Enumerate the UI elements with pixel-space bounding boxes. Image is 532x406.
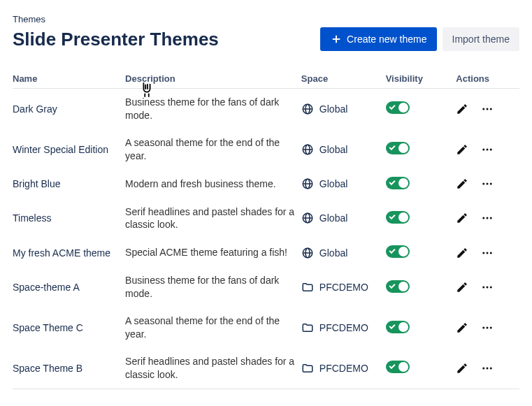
more-icon[interactable] [481,247,494,259]
theme-space: PFCDEMO [301,348,386,389]
visibility-toggle[interactable] [386,211,410,224]
svg-point-23 [483,217,485,219]
space-label: Global [319,178,347,189]
space-label: PFCDEMO [319,322,368,333]
svg-point-38 [483,367,485,369]
table-row: Space-theme ABusiness theme for the fans… [13,267,519,307]
space-label: PFCDEMO [319,282,368,293]
svg-point-19 [490,183,492,185]
edit-icon[interactable] [456,143,468,156]
theme-visibility [386,267,456,307]
theme-space: PFCDEMO [301,307,386,348]
edit-icon[interactable] [456,321,468,334]
svg-point-34 [490,287,492,289]
svg-point-12 [487,148,489,150]
themes-table: Name Description Space Visibility Action… [13,69,519,389]
svg-point-30 [487,252,489,254]
svg-point-29 [483,252,485,254]
folder-icon [301,281,314,293]
globe-icon [301,212,314,224]
svg-point-17 [483,183,485,185]
space-label: Global [319,103,347,115]
theme-actions [456,348,519,389]
svg-point-6 [487,108,489,110]
edit-icon[interactable] [456,103,468,115]
svg-point-37 [490,327,492,329]
visibility-toggle[interactable] [386,361,410,373]
table-row: Space Theme BSerif headlines and pastel … [13,348,519,389]
breadcrumb[interactable]: Themes [13,14,519,24]
more-icon[interactable] [481,212,494,224]
theme-actions [456,307,519,348]
globe-icon [301,103,314,115]
create-theme-button[interactable]: Create new theme [320,27,436,51]
theme-space: Global [301,89,386,129]
theme-visibility [386,89,456,129]
theme-actions [456,89,519,129]
page-title: Slide Presenter Themes [13,29,219,50]
col-space-header[interactable]: Space [301,69,386,89]
more-icon[interactable] [481,362,494,375]
theme-description: A seasonal theme for the end of the year… [125,307,301,348]
theme-actions [456,129,519,170]
visibility-toggle[interactable] [386,280,410,293]
theme-name: Winter Special Edition [13,129,125,170]
col-name-header[interactable]: Name [13,69,125,89]
import-theme-button[interactable]: Import theme [443,27,519,51]
visibility-toggle[interactable] [386,245,410,258]
visibility-toggle[interactable] [386,142,410,154]
more-icon[interactable] [481,143,494,156]
svg-point-39 [487,367,489,369]
theme-description: Business theme for the fans of dark mode… [125,89,301,129]
more-icon[interactable] [481,103,494,115]
svg-point-40 [490,367,492,369]
theme-visibility [386,307,456,348]
table-row: Space Theme CA seasonal theme for the en… [13,307,519,348]
svg-point-5 [483,108,485,110]
more-icon[interactable] [481,177,494,190]
theme-description: A seasonal theme for the end of the year… [125,129,301,170]
more-icon[interactable] [481,281,494,293]
visibility-toggle[interactable] [386,321,410,333]
svg-point-24 [487,217,489,219]
theme-name: Dark Gray [13,89,125,129]
theme-description: Special ACME theme featuring a fish! [125,238,301,267]
edit-icon[interactable] [456,247,468,259]
more-icon[interactable] [481,321,494,334]
theme-visibility [386,238,456,267]
theme-space: Global [301,129,386,170]
theme-description: Serif headlines and pastel shades for a … [125,198,301,239]
theme-actions [456,198,519,239]
table-row: My fresh ACME themeSpecial ACME theme fe… [13,238,519,267]
theme-description: Modern and fresh business theme. [125,170,301,198]
edit-icon[interactable] [456,362,468,375]
theme-space: PFCDEMO [301,267,386,307]
plus-icon [330,33,343,45]
svg-point-25 [490,217,492,219]
edit-icon[interactable] [456,212,468,224]
theme-name: My fresh ACME theme [13,238,125,267]
theme-visibility [386,348,456,389]
theme-space: Global [301,170,386,198]
edit-icon[interactable] [456,177,468,190]
visibility-toggle[interactable] [386,101,410,114]
visibility-toggle[interactable] [386,177,410,189]
theme-description: Business theme for the fans of dark mode… [125,267,301,307]
table-row: TimelessSerif headlines and pastel shade… [13,198,519,239]
col-description-header[interactable]: Description [125,69,301,89]
svg-point-18 [487,183,489,185]
globe-icon [301,177,314,190]
table-row: Dark GrayBusiness theme for the fans of … [13,89,519,129]
col-actions-header: Actions [456,69,519,89]
svg-point-35 [483,327,485,329]
space-label: PFCDEMO [319,363,368,374]
edit-icon[interactable] [456,281,468,293]
space-label: Global [319,247,347,259]
create-theme-label: Create new theme [347,34,426,45]
folder-icon [301,321,314,334]
svg-point-33 [487,287,489,289]
header: Slide Presenter Themes Create new theme … [13,27,519,51]
col-visibility-header[interactable]: Visibility [386,69,456,89]
space-label: Global [319,212,347,224]
folder-icon [301,362,314,375]
